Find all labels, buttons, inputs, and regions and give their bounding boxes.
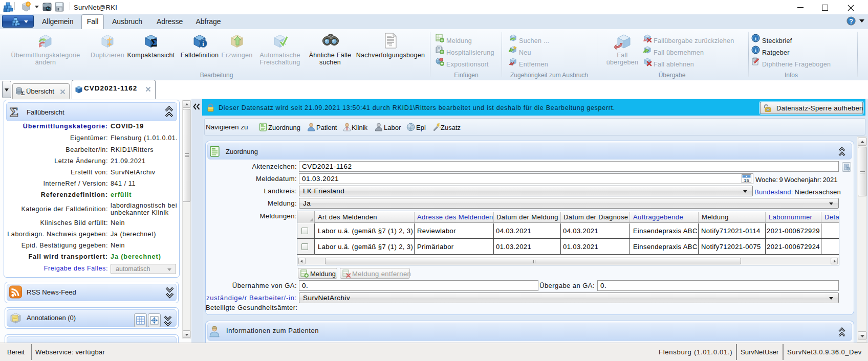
svg-text:Σ: Σ: [150, 37, 157, 49]
svg-text:Σ: Σ: [21, 90, 25, 96]
svg-text:i: i: [755, 47, 756, 53]
svg-text:i: i: [755, 35, 756, 41]
svg-text:?: ?: [849, 17, 853, 25]
svg-text:15: 15: [744, 177, 749, 183]
